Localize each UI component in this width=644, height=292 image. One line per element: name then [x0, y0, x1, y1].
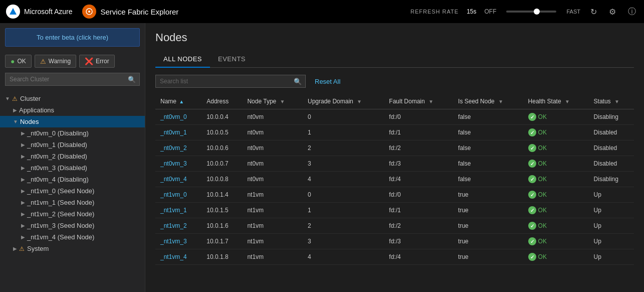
cell-name[interactable]: _nt1vm_0	[155, 187, 201, 203]
col-header-is-seed-node[interactable]: Is Seed Node ▼	[453, 94, 523, 109]
table-row: _nt0vm_4 10.0.0.8 nt0vm 4 fd:/4 false ✓ …	[155, 172, 634, 187]
main-layout: To enter beta (click here) ● OK ⚠ Warnin…	[0, 23, 644, 292]
search-cluster-input[interactable]	[5, 73, 140, 86]
cell-fault-domain: fd:/2	[384, 218, 453, 234]
col-header-address[interactable]: Address	[201, 94, 242, 109]
sidebar-item-nt1vm4[interactable]: ▶ _nt1vm_4 (Seed Node)	[0, 231, 145, 243]
sidebar-item-cluster-label: Cluster	[20, 95, 41, 102]
node-name-link[interactable]: _nt1vm_4	[160, 253, 187, 260]
search-list-input[interactable]	[155, 75, 306, 88]
nt0vm1-chevron: ▶	[21, 142, 25, 148]
sidebar-item-nt0vm3[interactable]: ▶ _nt0vm_3 (Disabled)	[0, 162, 145, 174]
node-name-link[interactable]: _nt1vm_1	[160, 207, 187, 214]
error-icon: ❌	[85, 57, 93, 65]
cell-address: 10.0.1.7	[201, 234, 242, 249]
cell-name[interactable]: _nt1vm_4	[155, 249, 201, 265]
beta-banner[interactable]: To enter beta (click here)	[5, 28, 140, 47]
cell-fault-domain: fd:/0	[384, 109, 453, 125]
col-header-name[interactable]: Name ▲	[155, 94, 201, 109]
sidebar-item-nt0vm4[interactable]: ▶ _nt0vm_4 (Disabling)	[0, 174, 145, 185]
cell-status: Disabling	[589, 109, 634, 125]
node-name-link[interactable]: _nt0vm_2	[160, 144, 187, 152]
sidebar-item-nt1vm2[interactable]: ▶ _nt1vm_2 (Seed Node)	[0, 208, 145, 220]
refresh-icon-btn[interactable]: ↻	[588, 5, 599, 19]
ok-status-button[interactable]: ● OK	[5, 55, 32, 68]
cell-name[interactable]: _nt0vm_0	[155, 109, 201, 125]
table-row: _nt1vm_4 10.0.1.8 nt1vm 4 fd:/4 true ✓ O…	[155, 249, 634, 265]
error-status-button[interactable]: ❌ Error	[79, 55, 115, 68]
node-name-link[interactable]: _nt0vm_4	[160, 176, 187, 183]
col-header-status[interactable]: Status ▼	[589, 94, 634, 109]
cell-name[interactable]: _nt1vm_1	[155, 203, 201, 218]
cell-name[interactable]: _nt0vm_3	[155, 156, 201, 172]
sidebar-item-nt1vm1[interactable]: ▶ _nt1vm_1 (Seed Node)	[0, 197, 145, 208]
health-state-badge: ✓ OK	[528, 175, 547, 183]
ok-circle-icon: ✓	[528, 237, 536, 245]
info-icon-btn[interactable]: ⓘ	[626, 5, 638, 19]
health-state-badge: ✓ OK	[528, 206, 547, 214]
sidebar-item-nt0vm2-label: _nt0vm_2 (Disabled)	[27, 153, 87, 160]
cell-node-type: nt1vm	[242, 218, 303, 234]
col-header-upgrade-domain[interactable]: Upgrade Domain ▼	[303, 94, 384, 109]
cell-name[interactable]: _nt0vm_2	[155, 140, 201, 156]
sidebar-item-system[interactable]: ▶ ⚠ System	[0, 243, 145, 254]
cell-name[interactable]: _nt1vm_2	[155, 218, 201, 234]
node-name-link[interactable]: _nt1vm_3	[160, 238, 187, 245]
cell-address: 10.0.0.8	[201, 172, 242, 187]
content-area: Nodes ALL NODES EVENTS 🔍 Reset All Name …	[145, 23, 644, 292]
cell-upgrade-domain: 4	[303, 249, 384, 265]
col-header-health-state[interactable]: Health State ▼	[523, 94, 589, 109]
cell-fault-domain: fd:/1	[384, 203, 453, 218]
reset-all-button[interactable]: Reset All	[311, 76, 344, 87]
cell-node-type: nt0vm	[242, 109, 303, 125]
node-name-link[interactable]: _nt0vm_1	[160, 129, 187, 136]
refresh-slider[interactable]	[506, 11, 556, 13]
sidebar-item-nt1vm1-label: _nt1vm_1 (Seed Node)	[27, 199, 94, 206]
cell-node-type: nt1vm	[242, 203, 303, 218]
col-header-fault-domain[interactable]: Fault Domain ▼	[384, 94, 453, 109]
warning-status-button[interactable]: ⚠ Warning	[35, 55, 76, 68]
sidebar-item-nt0vm0-label: _nt0vm_0 (Disabling)	[27, 129, 89, 137]
cell-fault-domain: fd:/4	[384, 249, 453, 265]
page-title: Nodes	[155, 31, 634, 44]
tab-all-nodes[interactable]: ALL NODES	[155, 51, 210, 68]
cell-is-seed-node: true	[453, 234, 523, 249]
cell-health-state: ✓ OK	[523, 172, 589, 187]
sidebar-item-nt1vm0[interactable]: ▶ _nt1vm_0 (Seed Node)	[0, 185, 145, 197]
node-name-link[interactable]: _nt0vm_3	[160, 160, 187, 167]
ok-circle-icon: ✓	[528, 113, 536, 121]
sidebar-item-nt0vm0[interactable]: ▶ _nt0vm_0 (Disabling)	[0, 127, 145, 139]
cluster-warn-icon: ⚠	[12, 95, 18, 102]
sidebar-item-applications[interactable]: ▶ Applications	[0, 104, 145, 116]
cell-name[interactable]: _nt1vm_3	[155, 234, 201, 249]
sidebar-item-nt0vm1[interactable]: ▶ _nt0vm_1 (Disabled)	[0, 139, 145, 151]
cell-name[interactable]: _nt0vm_4	[155, 172, 201, 187]
tab-events[interactable]: EVENTS	[210, 51, 254, 68]
sidebar-item-nodes[interactable]: ▼ Nodes	[0, 116, 145, 127]
sidebar-item-nt1vm3[interactable]: ▶ _nt1vm_3 (Seed Node)	[0, 220, 145, 231]
search-cluster-container: 🔍	[5, 73, 140, 86]
node-name-link[interactable]: _nt1vm_2	[160, 222, 187, 229]
cell-address: 10.0.0.6	[201, 140, 242, 156]
settings-icon-btn[interactable]: ⚙	[607, 5, 618, 19]
col-header-node-type[interactable]: Node Type ▼	[242, 94, 303, 109]
cell-name[interactable]: _nt0vm_1	[155, 125, 201, 140]
sidebar-item-cluster[interactable]: ▼ ⚠ Cluster	[0, 93, 145, 104]
node-name-link[interactable]: _nt0vm_0	[160, 113, 187, 120]
nt1vm4-chevron: ▶	[21, 234, 25, 240]
sidebar-item-nt0vm2[interactable]: ▶ _nt0vm_2 (Disabled)	[0, 151, 145, 162]
ok-label: OK	[17, 58, 26, 65]
cell-upgrade-domain: 2	[303, 140, 384, 156]
search-list-icon: 🔍	[294, 78, 302, 85]
node-name-link[interactable]: _nt1vm_0	[160, 191, 187, 198]
cell-address: 10.0.1.4	[201, 187, 242, 203]
search-list-container: 🔍	[155, 75, 306, 88]
ok-circle-icon: ✓	[528, 160, 536, 168]
azure-brand: Microsoft Azure	[6, 5, 72, 19]
nodes-table: Name ▲ Address Node Type ▼ Upgrade Domai…	[155, 94, 634, 265]
cell-upgrade-domain: 2	[303, 218, 384, 234]
ok-circle-icon: ✓	[528, 191, 536, 199]
search-cluster-icon: 🔍	[128, 76, 136, 83]
nt0vm0-chevron: ▶	[21, 130, 25, 136]
top-navigation: Microsoft Azure Service Fabric Explorer …	[0, 0, 644, 23]
